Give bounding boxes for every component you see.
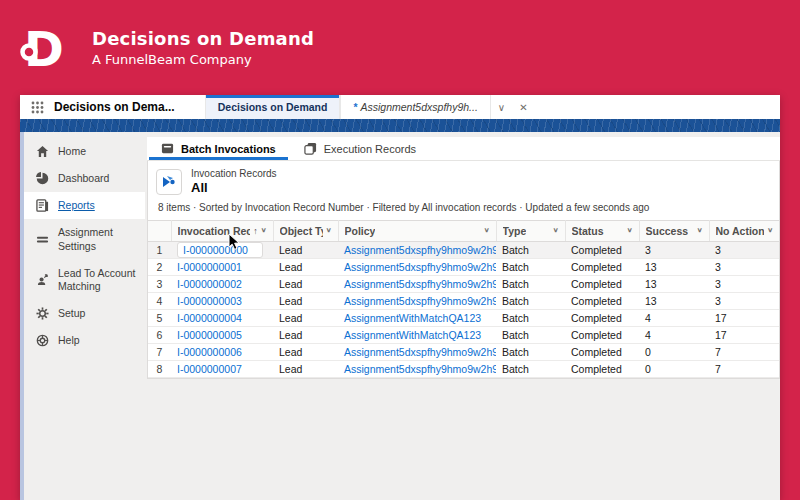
workspace-tab-decisions-on-demand[interactable]: Decisions on Demand (205, 95, 341, 119)
column-header-policy[interactable]: Policy∨ (338, 220, 496, 241)
sidebar-item-lead-to-account-matching[interactable]: Lead To Account Matching (24, 260, 145, 300)
no-actions-cell: 17 (709, 326, 779, 343)
object-type-cell: Lead (273, 326, 338, 343)
sidebar-item-reports[interactable]: Reports (24, 192, 145, 219)
policy-link[interactable]: Assignment5dxspfhy9hmo9w2h9l (344, 278, 496, 290)
type-cell: Batch (496, 309, 565, 326)
workspace-tab-label: Decisions on Demand (218, 101, 328, 113)
table-row: 1 I-0000000000 Lead Assignment5dxspfhy9h… (148, 241, 779, 258)
list-view-name[interactable]: All (191, 180, 277, 196)
invocation-records-table: Invocation Record...↑∨ Object Type∨ Poli… (148, 220, 779, 378)
record-link[interactable]: I-0000000001 (177, 261, 242, 273)
nav-blue-strip (20, 119, 780, 132)
success-cell: 0 (639, 360, 709, 377)
row-number: 2 (148, 258, 171, 275)
policy-link[interactable]: AssignmentWithMatchQA123 (344, 329, 481, 341)
policy-link[interactable]: Assignment5dxspfhy9hmo9w2h9l (344, 244, 496, 256)
column-header-object-type[interactable]: Object Type∨ (273, 220, 338, 241)
status-cell: Completed (565, 241, 639, 258)
salesforce-window: Decisions on Dema... Decisions on Demand… (20, 95, 780, 500)
app-launcher-waffle-icon[interactable] (20, 95, 54, 119)
dashboard-icon (36, 172, 49, 185)
column-header-success[interactable]: Success∨ (639, 220, 709, 241)
list-view-card: Invocation Records All 8 items · Sorted … (147, 161, 780, 379)
policy-link[interactable]: Assignment5dxspfhy9hmo9w2h9l (344, 295, 496, 307)
chevron-down-icon[interactable]: ∨ (697, 227, 703, 234)
column-header-type[interactable]: Type∨ (496, 220, 565, 241)
table-row: 5 I-0000000004 Lead AssignmentWithMatchQ… (148, 309, 779, 326)
tab-label: Execution Records (324, 143, 416, 155)
tab-label: Batch Invocations (181, 143, 276, 155)
column-header-invocation-record[interactable]: Invocation Record...↑∨ (171, 220, 273, 241)
batch-invocations-icon (161, 142, 174, 155)
sidebar-item-help[interactable]: Help (24, 327, 145, 354)
sidebar-item-dashboard[interactable]: Dashboard (24, 165, 145, 192)
no-actions-cell: 17 (709, 309, 779, 326)
record-link[interactable]: I-0000000007 (177, 363, 242, 375)
sidebar-item-home[interactable]: Home (24, 138, 145, 165)
no-actions-cell: 3 (709, 241, 779, 258)
lead-to-account-icon (36, 273, 49, 286)
sidebar-item-assignment-settings[interactable]: Assignment Settings (24, 219, 145, 259)
success-cell: 13 (639, 275, 709, 292)
policy-link[interactable]: AssignmentWithMatchQA123 (344, 312, 481, 324)
status-cell: Completed (565, 309, 639, 326)
brand-title: Decisions on Demand (92, 28, 314, 49)
policy-link[interactable]: Assignment5dxspfhy9hmo9w2h9l (344, 363, 496, 375)
sidebar-item-setup[interactable]: Setup (24, 300, 145, 327)
record-link[interactable]: I-0000000000 (183, 244, 248, 256)
record-link[interactable]: I-0000000002 (177, 278, 242, 290)
column-header-status[interactable]: Status∨ (565, 220, 639, 241)
policy-link[interactable]: Assignment5dxspfhy9hmo9w2h9l (344, 261, 496, 273)
table-row: 2 I-0000000001 Lead Assignment5dxspfhy9h… (148, 258, 779, 275)
row-number: 4 (148, 292, 171, 309)
row-number: 8 (148, 360, 171, 377)
workspace-tab-label: Assignment5dxspfhy9h... (361, 101, 478, 113)
no-actions-cell: 3 (709, 275, 779, 292)
chevron-down-icon[interactable]: ∨ (627, 227, 633, 234)
table-header-row: Invocation Record...↑∨ Object Type∨ Poli… (148, 220, 779, 241)
status-cell: Completed (565, 360, 639, 377)
record-link[interactable]: I-0000000006 (177, 346, 242, 358)
no-actions-cell: 3 (709, 258, 779, 275)
main-panel: Batch Invocations Execution Records Invo… (145, 132, 780, 500)
chevron-down-icon[interactable]: ∨ (326, 227, 332, 234)
app-bar: Decisions on Dema... Decisions on Demand… (20, 95, 780, 119)
chevron-down-icon[interactable]: ∨ (767, 227, 773, 234)
type-cell: Batch (496, 326, 565, 343)
type-cell: Batch (496, 360, 565, 377)
chevron-down-icon[interactable]: ∨ (261, 227, 267, 234)
tab-execution-records[interactable]: Execution Records (290, 137, 430, 160)
status-cell: Completed (565, 275, 639, 292)
tab-close-icon[interactable]: ✕ (512, 95, 534, 119)
column-header-no-actions[interactable]: No Actions∨ (709, 220, 779, 241)
record-link[interactable]: I-0000000004 (177, 312, 242, 324)
brand-subtitle: A FunnelBeam Company (92, 52, 314, 67)
gear-icon (36, 307, 49, 320)
type-cell: Batch (496, 258, 565, 275)
chevron-down-icon[interactable]: ∨ (553, 227, 559, 234)
status-cell: Completed (565, 343, 639, 360)
execution-records-icon (304, 142, 317, 155)
table-row: 4 I-0000000003 Lead Assignment5dxspfhy9h… (148, 292, 779, 309)
sidebar-item-label: Dashboard (58, 172, 139, 185)
window-content: Home Dashboard Reports Assignment Settin… (20, 132, 780, 500)
assignment-settings-icon (36, 233, 49, 246)
app-name[interactable]: Decisions on Dema... (54, 95, 205, 119)
chevron-down-icon[interactable]: ∨ (484, 227, 490, 234)
workspace-tab-assignment[interactable]: * Assignment5dxspfhy9h... (340, 95, 490, 119)
type-cell: Batch (496, 292, 565, 309)
record-link[interactable]: I-0000000003 (177, 295, 242, 307)
row-number-header (148, 220, 171, 241)
tab-batch-invocations[interactable]: Batch Invocations (147, 137, 290, 160)
sidebar-item-label: Setup (58, 307, 139, 320)
tab-dropdown-chevron-icon[interactable]: ∨ (491, 95, 512, 119)
success-cell: 13 (639, 258, 709, 275)
policy-link[interactable]: Assignment5dxspfhy9hmo9w2h9l (344, 346, 496, 358)
row-number: 5 (148, 309, 171, 326)
record-link[interactable]: I-0000000005 (177, 329, 242, 341)
list-view-header: Invocation Records All (148, 161, 779, 198)
invocation-records-object-icon (156, 169, 182, 195)
success-cell: 0 (639, 343, 709, 360)
status-cell: Completed (565, 326, 639, 343)
